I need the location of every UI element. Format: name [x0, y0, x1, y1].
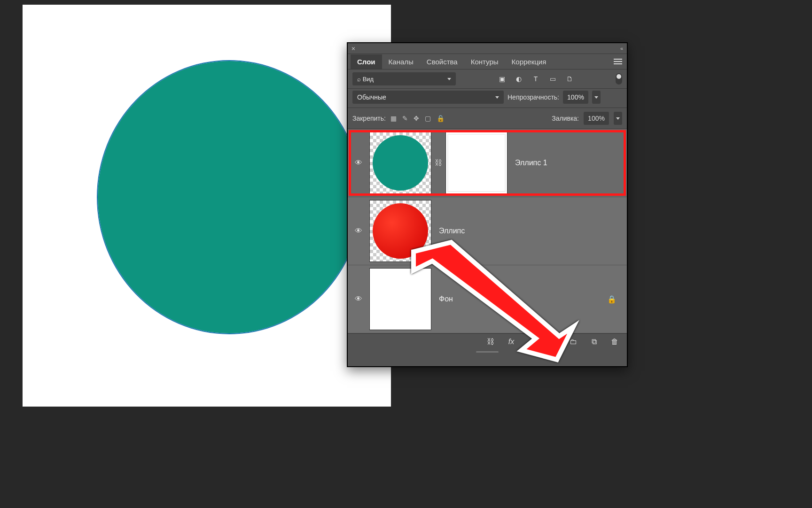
panel-titlebar: [348, 43, 627, 54]
canvas-shape-ellipse[interactable]: [98, 61, 361, 333]
layer-thumbnail[interactable]: [369, 132, 431, 194]
lock-icon[interactable]: 🔒: [601, 295, 623, 304]
blend-mode-dropdown[interactable]: Обычные: [352, 91, 504, 104]
panel-tabs: Слои Каналы Свойства Контуры Коррекция: [348, 54, 627, 69]
filter-adjust-icon[interactable]: ◐: [515, 75, 523, 83]
tab-adjust[interactable]: Коррекция: [505, 54, 553, 69]
layer-row[interactable]: 👁 Эллипс: [348, 197, 627, 265]
link-layers-icon[interactable]: ⛓: [486, 337, 495, 346]
layer-name[interactable]: Эллипс 1: [508, 159, 623, 167]
layer-row[interactable]: 👁 Фон 🔒: [348, 265, 627, 333]
layer-row[interactable]: 👁 ⛓ Эллипс 1: [348, 129, 627, 197]
layer-actions-bar: ⛓ fx ◻ ◐ 🗀 ⧉ 🗑: [348, 333, 627, 350]
filter-image-icon[interactable]: ▣: [498, 75, 506, 83]
new-group-icon[interactable]: 🗀: [569, 337, 578, 346]
fill-label: Заливка:: [552, 115, 579, 122]
tab-layers[interactable]: Слои: [351, 54, 382, 69]
filter-kind-dropdown[interactable]: ⌕ Вид: [352, 72, 456, 85]
layer-name[interactable]: Фон: [431, 295, 601, 303]
filter-smartobj-icon[interactable]: 🗋: [565, 75, 574, 83]
lock-transparency-icon[interactable]: ▦: [390, 115, 397, 122]
delete-layer-icon[interactable]: 🗑: [610, 337, 619, 346]
fill-value[interactable]: 100%: [584, 112, 609, 125]
layer-list: 👁 ⛓ Эллипс 1 👁 Эллипс: [348, 129, 627, 333]
lock-icons: ▦ ✎ ✥ ▢ 🔒: [390, 115, 445, 122]
lock-move-icon[interactable]: ✥: [414, 115, 419, 122]
panel-resize-grip[interactable]: [348, 350, 627, 354]
search-icon: ⌕: [357, 76, 361, 83]
layer-filter-row: ⌕ Вид ▣ ◐ T ▭ 🗋: [348, 69, 627, 89]
tab-paths[interactable]: Контуры: [464, 54, 505, 69]
opacity-label: Непрозрачность:: [508, 93, 559, 101]
visibility-eye-icon[interactable]: 👁: [355, 159, 362, 167]
new-layer-icon[interactable]: ⧉: [589, 337, 599, 346]
link-mask-icon[interactable]: ⛓: [435, 159, 442, 167]
lock-brush-icon[interactable]: ✎: [402, 115, 408, 122]
tab-properties[interactable]: Свойства: [420, 54, 464, 69]
layers-panel: Слои Каналы Свойства Контуры Коррекция ⌕…: [347, 42, 628, 367]
filter-shape-icon[interactable]: ▭: [548, 75, 557, 83]
blend-opacity-row: Обычные Непрозрачность: 100%: [348, 89, 627, 108]
layer-effects-icon[interactable]: fx: [507, 337, 516, 346]
layer-mask-thumbnail[interactable]: [445, 132, 508, 194]
chevron-down-icon: [495, 96, 499, 99]
opacity-dropdown[interactable]: [592, 91, 601, 104]
layer-thumbnail[interactable]: [369, 200, 431, 262]
fill-dropdown[interactable]: [614, 112, 622, 125]
lock-label: Закрепить:: [352, 115, 386, 122]
filter-text-icon[interactable]: T: [531, 75, 540, 83]
layer-name[interactable]: Эллипс: [431, 227, 623, 235]
lock-artboard-icon[interactable]: ▢: [425, 115, 431, 122]
layer-thumbnail[interactable]: [369, 268, 431, 330]
lock-all-icon[interactable]: 🔒: [437, 115, 445, 122]
lock-fill-row: Закрепить: ▦ ✎ ✥ ▢ 🔒 Заливка: 100%: [348, 108, 627, 129]
document-canvas[interactable]: [23, 5, 391, 407]
visibility-eye-icon[interactable]: 👁: [355, 227, 362, 235]
filter-type-icons: ▣ ◐ T ▭ 🗋: [460, 75, 612, 83]
filter-toggle[interactable]: [616, 73, 622, 85]
add-mask-icon[interactable]: ◻: [527, 337, 537, 346]
blend-mode-value: Обычные: [357, 93, 386, 101]
panel-menu-icon[interactable]: [614, 59, 622, 64]
collapse-icon[interactable]: [620, 46, 623, 51]
tab-channels[interactable]: Каналы: [382, 54, 420, 69]
chevron-down-icon: [447, 78, 451, 80]
visibility-eye-icon[interactable]: 👁: [355, 295, 362, 303]
new-fill-adjust-icon[interactable]: ◐: [548, 337, 557, 346]
chevron-down-icon: [594, 96, 598, 99]
close-icon[interactable]: [351, 46, 355, 50]
opacity-value[interactable]: 100%: [563, 91, 588, 104]
filter-kind-label: Вид: [363, 76, 374, 83]
chevron-down-icon: [616, 117, 620, 120]
